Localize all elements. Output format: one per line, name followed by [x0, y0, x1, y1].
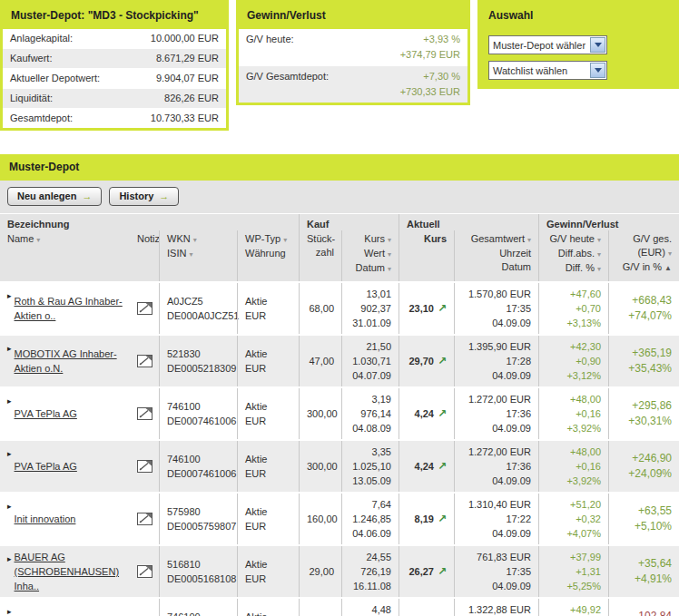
note-icon[interactable]	[137, 513, 153, 525]
musterdepot-select[interactable]: Muster-Depot wählen	[488, 35, 607, 54]
notiz-cell	[130, 441, 159, 492]
note-icon[interactable]	[137, 460, 153, 473]
wkn-isin-cell: 746100 DE0007461006	[159, 599, 237, 616]
gesamtwert-cell: 1.570,80 EUR 17:35 04.09.09	[454, 283, 538, 334]
watchlist-select[interactable]: Watchlist wählen	[488, 61, 607, 80]
instrument-link[interactable]: MOBOTIX AG Inhaber-Aktien o.N.	[15, 347, 123, 376]
gv-heute-cell: +51,20 +0,32 +4,07%	[538, 494, 608, 544]
wkn: 516810	[167, 557, 230, 572]
gv-heute-cell: +48,00 +0,16 +3,92%	[538, 441, 608, 492]
waehrung: EUR	[245, 466, 291, 481]
trend-up-icon: ↗	[438, 459, 447, 474]
instrument-link[interactable]: BAUER AG (SCHROBENHAUSEN) Inha..	[15, 550, 123, 593]
instrument-link[interactable]: Roth & Rau AG Inhaber-Aktien o..	[15, 294, 123, 323]
kauf-kurs: 3,19	[349, 392, 391, 406]
stueckzahl-cell: 312,00	[299, 599, 341, 616]
wp-typ: Aktie	[245, 347, 291, 361]
note-icon[interactable]	[137, 565, 153, 578]
trend-up-icon: ↗	[438, 354, 447, 368]
table-row: ▸ Roth & Rau AG Inhaber-Aktien o..	[0, 283, 679, 334]
neu-anlegen-button[interactable]: Neu anlegen →	[7, 187, 102, 206]
kauf-wert: 902,37	[349, 301, 391, 316]
aktuell-kurs-cell: 29,70 ↗	[399, 336, 454, 386]
diff-pct: +3,92%	[546, 421, 601, 435]
kauf-datum: 31.01.09	[349, 316, 391, 330]
trend-up-icon: ↗	[438, 406, 447, 421]
dropdown-button[interactable]	[590, 37, 605, 53]
gv-gesamt-cell: +246,90 +24,09%	[608, 441, 679, 492]
history-button[interactable]: History →	[109, 187, 179, 206]
gesamtwert-cell: 1.310,40 EUR 17:22 04.09.09	[454, 494, 538, 544]
kauf-kurs: 7,64	[349, 497, 391, 512]
gv-gesamt-cell: +35,64 +4,91%	[608, 546, 679, 597]
isin: DE0007461006	[167, 466, 230, 481]
summary-row: Aktueller Depotwert: 9.904,07 EUR	[3, 68, 226, 88]
chevron-down-icon	[595, 43, 602, 47]
kurs-value: 8,19	[415, 512, 434, 526]
isin: DE0005168108	[167, 572, 230, 586]
notiz-cell	[130, 599, 159, 616]
wkn: 521830	[167, 347, 230, 361]
stueckzahl-cell: 300,00	[299, 441, 341, 492]
header-name[interactable]: Name▾	[0, 230, 130, 281]
stueckzahl-cell: 300,00	[299, 388, 341, 439]
wkn-isin-cell: 516810 DE0005168108	[159, 546, 237, 597]
datum: 04.09.09	[462, 579, 531, 593]
header-gv-ges[interactable]: G/V ges. (EUR)▾ G/V in %▲	[608, 230, 679, 281]
header-wkn-isin[interactable]: WKN▾ ISIN▾	[159, 230, 237, 281]
aktuell-kurs-cell: 4,24 ↗	[399, 388, 454, 439]
kauf-kurs: 21,50	[349, 339, 391, 354]
instrument-link[interactable]: Init innovation	[15, 512, 76, 526]
header-gv-heute[interactable]: G/V heute▾ Diff.abs.▾ Diff. %▾	[538, 230, 608, 281]
header-gesamtwert[interactable]: Gesamtwert▾ Uhrzeit Datum	[454, 230, 538, 281]
datum: 04.09.09	[462, 316, 531, 330]
gv-heute-cell: +37,99 +1,31 +5,25%	[538, 546, 608, 597]
kauf-cell: 7,64 1.246,85 04.06.09	[341, 494, 399, 544]
wptyp-cell: Aktie EUR	[237, 494, 299, 544]
gv-heute: +49,92	[546, 602, 601, 616]
gv-ges-eur: +63,55	[616, 504, 672, 519]
wptyp-cell: Aktie EUR	[237, 388, 299, 439]
sort-desc-icon: ▾	[597, 250, 601, 259]
summary-label: Gesamtdepot:	[10, 112, 73, 125]
sort-desc-icon: ▾	[283, 236, 287, 244]
kauf-cell: 13,01 902,37 31.01.09	[341, 283, 399, 334]
uhrzeit: 17:36	[462, 406, 531, 421]
wkn-isin-cell: A0JCZ5 DE000A0JCZ51	[159, 283, 237, 334]
waehrung: EUR	[245, 414, 291, 428]
wkn-isin-cell: 575980 DE0005759807	[159, 494, 237, 544]
note-icon[interactable]	[137, 355, 153, 367]
button-label: Neu anlegen	[17, 191, 76, 201]
name-cell: ▸ PVA TePla AG	[0, 441, 130, 492]
diff-abs: +1,31	[546, 564, 601, 579]
sort-desc-icon: ▾	[388, 236, 391, 244]
kauf-wert: 1.246,85	[349, 512, 391, 526]
gesamtwert-cell: 1.322,88 EUR 17:36 04.09.09	[454, 599, 538, 616]
summary-value: 826,26 EUR	[164, 92, 219, 105]
note-icon[interactable]	[137, 302, 153, 315]
wp-typ: Aktie	[245, 294, 291, 308]
note-icon[interactable]	[137, 407, 153, 420]
header-wptyp-waehrung[interactable]: WP-Typ▾ Währung	[237, 230, 299, 281]
dropdown-button[interactable]	[590, 63, 605, 78]
header-notiz: Notiz	[130, 230, 159, 281]
stueckzahl-cell: 160,00	[299, 494, 341, 544]
datum: 04.09.09	[462, 368, 531, 383]
name-cell: ▸ MOBOTIX AG Inhaber-Aktien o.N.	[0, 336, 130, 386]
expand-arrow-icon: ▸	[7, 552, 12, 566]
gv-ges-pct: +4,91%	[616, 572, 672, 587]
kauf-wert: 726,19	[349, 564, 391, 579]
gv-ges-eur: -102,84	[616, 609, 672, 616]
kauf-datum: 13.05.09	[349, 474, 391, 488]
summary-label: Kaufwert:	[10, 52, 52, 65]
instrument-link[interactable]: PVA TePla AG	[15, 459, 77, 474]
name-cell: ▸ Roth & Rau AG Inhaber-Aktien o..	[0, 283, 130, 334]
watchlist-select-value: Watchlist wählen	[489, 65, 586, 76]
header-kauf-kurs-wert-datum[interactable]: Kurs▾ Wert▾ Datum▾	[341, 230, 399, 281]
diff-pct: +3,13%	[546, 316, 601, 330]
expand-arrow-icon: ▸	[7, 604, 12, 616]
diff-abs: +0,16	[546, 459, 601, 474]
instrument-link[interactable]: PVA TePla AG	[15, 406, 77, 421]
summary-value: 10.730,33 EUR	[151, 112, 219, 125]
gv-heute-cell: +47,60 +0,70 +3,13%	[538, 283, 608, 334]
